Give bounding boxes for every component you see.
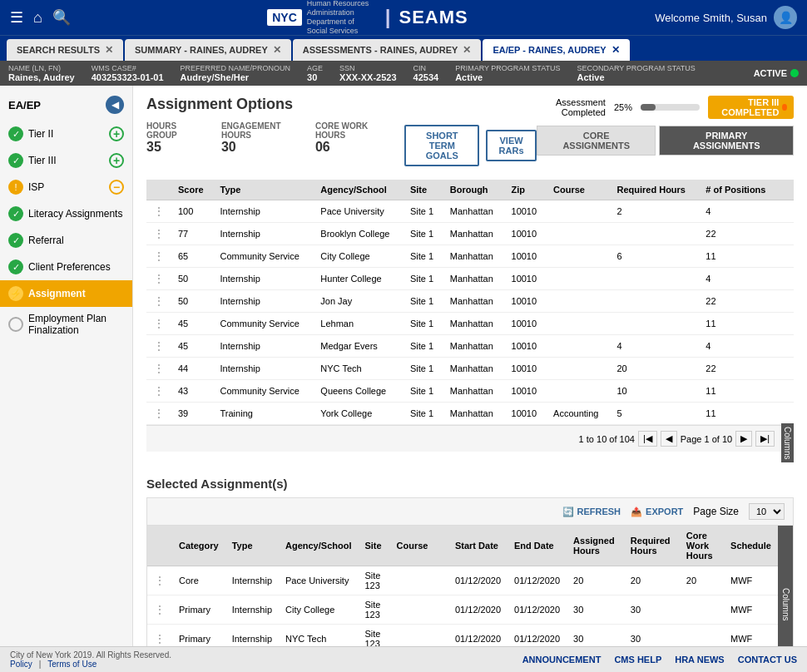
selected-assignments-title: Selected Assignment(s) [146, 477, 794, 491]
tab-search[interactable]: SEARCH RESULTS ✕ [7, 39, 123, 61]
sidebar-item-literacy[interactable]: ✓ Literacy Assignments [0, 200, 132, 227]
table-row[interactable]: ⋮ 50 Internship Hunter College Site 1 Ma… [146, 268, 794, 290]
next-page-button[interactable]: ▶ [735, 431, 752, 447]
selected-columns-toggle-button[interactable]: Columns [780, 585, 792, 624]
drag-handle[interactable]: ⋮ [146, 290, 171, 313]
footer-policy-link[interactable]: Policy [10, 660, 32, 669]
active-badge: ACTIVE [754, 68, 799, 78]
col-positions: # of Positions [699, 180, 779, 200]
view-rars-button[interactable]: VIEW RARs [486, 130, 537, 161]
drag-handle[interactable]: ⋮ [146, 335, 171, 358]
tier2-add-button[interactable]: + [109, 126, 124, 141]
tab-assessments[interactable]: ASSESSMENTS - RAINES, AUDREY ✕ [293, 39, 482, 61]
list-item[interactable]: ⋮ Primary Internship NYC Tech Site 123 0… [147, 625, 793, 646]
contact-us-link[interactable]: CONTACT US [738, 655, 797, 665]
prev-page-button[interactable]: ◀ [661, 431, 677, 447]
columns-toggle-button[interactable]: Columns [781, 423, 794, 462]
primary-assignments-button[interactable]: PRIMARY ASSIGNMENTS [659, 126, 794, 156]
welcome-text: Welcome Smith, Susan [655, 12, 767, 24]
drag-handle[interactable]: ⋮ [146, 223, 171, 245]
last-page-button[interactable]: ▶| [755, 431, 775, 447]
sidebar-item-referral[interactable]: ✓ Referral [0, 227, 132, 254]
literacy-status-icon: ✓ [8, 206, 23, 221]
drag-handle[interactable]: ⋮ [146, 380, 171, 403]
cms-help-link[interactable]: CMS HELP [614, 655, 661, 665]
action-buttons: SHORT TERM GOALS VIEW RARs [404, 125, 537, 166]
table-row[interactable]: ⋮ 39 Training York College Site 1 Manhat… [146, 403, 794, 425]
user-avatar[interactable]: 👤 [774, 6, 797, 29]
main-layout: EA/EP ◀ ✓ Tier II + ✓ Tier III + ! ISP −… [0, 86, 807, 646]
sel-col-req-hrs: Required Hours [624, 526, 680, 566]
drag-handle[interactable]: ⋮ [146, 245, 171, 268]
first-page-button[interactable]: |◀ [638, 431, 657, 447]
table-row[interactable]: ⋮ 77 Internship Brooklyn College Site 1 … [146, 223, 794, 245]
clientprefs-status-icon: ✓ [8, 259, 23, 274]
selected-assignments-panel: 🔄 REFRESH 📤 EXPORT Page Size 10 25 50 [146, 497, 794, 646]
close-icon[interactable]: ✕ [463, 44, 471, 56]
sidebar-item-assignment[interactable]: ⚡ Assignment [0, 280, 132, 307]
sidebar-item-isp[interactable]: ! ISP − [0, 174, 132, 200]
drag-handle[interactable]: ⋮ [147, 625, 172, 646]
table-row[interactable]: ⋮ 50 Internship Jon Jay Site 1 Manhattan… [146, 290, 794, 313]
drag-handle[interactable]: ⋮ [146, 358, 171, 380]
hra-news-link[interactable]: HRA NEWS [675, 655, 724, 665]
page-size-select[interactable]: 10 25 50 [749, 503, 785, 520]
table-row[interactable]: ⋮ 100 Internship Pace University Site 1 … [146, 200, 794, 223]
table-row[interactable]: ⋮ 43 Community Service Queens College Si… [146, 380, 794, 403]
tier3-add-button[interactable]: + [109, 153, 124, 168]
export-icon: 📤 [631, 506, 642, 517]
referral-status-icon: ✓ [8, 233, 23, 248]
sidebar-item-employment-plan[interactable]: Employment Plan Finalization [0, 307, 132, 342]
close-icon[interactable]: ✕ [611, 44, 620, 56]
drag-handle[interactable]: ⋮ [146, 403, 171, 425]
table-row[interactable]: ⋮ 65 Community Service City College Site… [146, 245, 794, 268]
col-agency: Agency/School [314, 180, 404, 200]
export-button[interactable]: 📤 EXPORT [631, 506, 683, 517]
sidebar-item-tier2[interactable]: ✓ Tier II + [0, 121, 132, 147]
sel-col-category: Category [172, 526, 225, 566]
table-row[interactable]: ⋮ 45 Community Service Lehman Site 1 Man… [146, 313, 794, 335]
drag-handle[interactable]: ⋮ [146, 200, 171, 223]
tier-dot [782, 104, 787, 111]
announcement-link[interactable]: ANNOUNCEMENT [522, 655, 602, 665]
tab-eaep[interactable]: EA/EP - RAINES, AUDREY ✕ [483, 39, 629, 61]
drag-handle[interactable]: ⋮ [146, 313, 171, 335]
hours-row: Hours Group 35 Engagement Hours 30 Core … [146, 121, 537, 166]
list-item[interactable]: ⋮ Core Internship Pace University Site 1… [147, 566, 793, 595]
preferred-name-field: Preferred Name/Pronoun Audrey/She/Her [181, 64, 291, 82]
isp-status-icon: ! [8, 180, 23, 195]
drag-handle[interactable]: ⋮ [146, 268, 171, 290]
footer-nav: ANNOUNCEMENT CMS HELP HRA NEWS CONTACT U… [522, 655, 797, 665]
table-row[interactable]: ⋮ 45 Internship Medgar Evers Site 1 Manh… [146, 335, 794, 358]
ssn-field: SSN XXX-XX-2523 [339, 64, 396, 82]
close-icon[interactable]: ✕ [105, 44, 113, 56]
drag-handle[interactable]: ⋮ [147, 595, 172, 625]
sidebar-item-client-preferences[interactable]: ✓ Client Preferences [0, 254, 132, 280]
assignment-status-icon: ⚡ [8, 286, 23, 301]
selected-table-container: Category Type Agency/School Site Course … [147, 526, 793, 646]
col-site: Site [404, 180, 443, 200]
sel-col-core-hrs: Core Work Hours [680, 526, 724, 566]
list-item[interactable]: ⋮ Primary Internship City College Site 1… [147, 595, 793, 625]
table-row[interactable]: ⋮ 44 Internship NYC Tech Site 1 Manhatta… [146, 358, 794, 380]
sidebar-toggle-button[interactable]: ◀ [106, 96, 124, 114]
cin-field: CIN 42534 [413, 64, 439, 82]
short-term-goals-button[interactable]: SHORT TERM GOALS [404, 125, 479, 166]
active-dot [790, 69, 799, 77]
sidebar-item-tier3[interactable]: ✓ Tier III + [0, 147, 132, 174]
engagement-hours: Engagement Hours 30 [221, 121, 282, 155]
home-icon[interactable]: ⌂ [33, 9, 42, 27]
hra-text: Human Resources Administration Departmen… [307, 0, 374, 36]
search-icon[interactable]: 🔍 [52, 8, 71, 27]
drag-handle[interactable]: ⋮ [147, 566, 172, 595]
menu-icon[interactable]: ☰ [10, 8, 23, 27]
age-field: Age 30 [307, 64, 323, 82]
footer-terms-link[interactable]: Terms of Use [47, 660, 97, 669]
tab-summary[interactable]: SUMMARY - RAINES, AUDREY ✕ [125, 39, 291, 61]
assignment-table-pagination: 1 to 10 of 104 |◀ ◀ Page 1 of 10 ▶ ▶| [146, 425, 781, 452]
core-assignments-button[interactable]: CORE ASSIGNMENTS [537, 126, 656, 156]
tabs-bar: SEARCH RESULTS ✕ SUMMARY - RAINES, AUDRE… [0, 35, 807, 61]
close-icon[interactable]: ✕ [273, 44, 281, 56]
refresh-button[interactable]: 🔄 REFRESH [562, 506, 621, 517]
isp-minus-button[interactable]: − [109, 180, 124, 195]
